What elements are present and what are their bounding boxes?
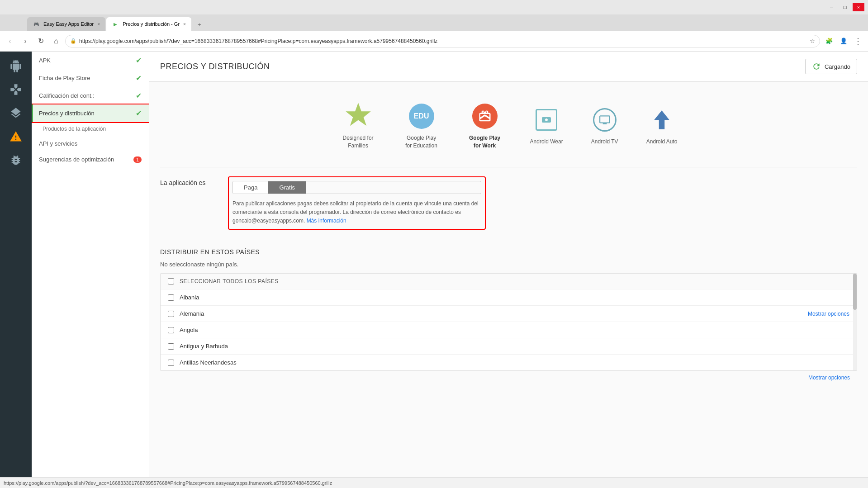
- sidebar-icon-warning[interactable]: [5, 126, 27, 147]
- sidebar: [0, 52, 32, 488]
- nav-item-sugerencias[interactable]: Sugerencias de optimización 1: [32, 152, 149, 167]
- bottom-mostrar-opciones[interactable]: Mostrar opciones: [160, 371, 857, 384]
- dist-icon-families[interactable]: Designed for Families: [340, 102, 376, 150]
- nav-item-productos[interactable]: Productos de la aplicación: [32, 122, 149, 136]
- nav-item-precios-check: ✔: [136, 109, 142, 118]
- tab-close-1[interactable]: ×: [97, 22, 100, 27]
- close-button[interactable]: ×: [853, 3, 864, 11]
- user-icon[interactable]: 👤: [837, 35, 850, 47]
- nav-item-apk-check: ✔: [136, 56, 142, 65]
- country-alemania[interactable]: Alemania Mostrar opciones: [161, 306, 857, 322]
- tab-easy-easy[interactable]: 🎮 Easy Easy Apps Editor ×: [27, 17, 105, 31]
- home-button[interactable]: ⌂: [50, 35, 62, 47]
- address-bar[interactable]: 🔒 ☆: [65, 35, 820, 47]
- edu-label: Google Play for Education: [403, 134, 440, 150]
- gratis-button[interactable]: Gratis: [268, 181, 306, 194]
- auto-icon: [647, 105, 676, 134]
- paga-button[interactable]: Paga: [233, 181, 268, 194]
- back-button[interactable]: ‹: [4, 35, 16, 47]
- dist-icon-auto[interactable]: Android Auto: [646, 105, 678, 146]
- select-all-checkbox[interactable]: [168, 278, 174, 284]
- maximize-button[interactable]: □: [839, 3, 851, 11]
- country-angola[interactable]: Angola: [161, 322, 857, 338]
- content-header: PRECIOS Y DISTRIBUCIÓN Cargando: [149, 52, 868, 82]
- checkbox-antigua[interactable]: [168, 343, 174, 350]
- tab-title-1: Easy Easy Apps Editor: [43, 21, 94, 27]
- select-all-row[interactable]: SELECCIONAR TODOS LOS PAÍSES: [161, 274, 857, 289]
- title-bar: – □ ×: [0, 0, 868, 14]
- families-icon: [344, 102, 373, 131]
- new-tab-button[interactable]: +: [192, 18, 207, 31]
- sidebar-icon-layers[interactable]: [5, 102, 27, 124]
- countries-section-title: DISTRIBUIR EN ESTOS PAÍSES: [160, 248, 857, 256]
- country-albania[interactable]: Albania: [161, 289, 857, 306]
- country-antillas[interactable]: Antillas Neerlandesas: [161, 355, 857, 370]
- sidebar-icon-controller[interactable]: [5, 79, 27, 100]
- auto-label: Android Auto: [646, 138, 678, 146]
- checkbox-antillas[interactable]: [168, 360, 174, 366]
- nav-item-api[interactable]: API y servicios: [32, 136, 149, 152]
- nav-item-ficha[interactable]: Ficha de Play Store ✔: [32, 69, 149, 87]
- tab-close-2[interactable]: ×: [183, 22, 186, 27]
- families-label: Designed for Families: [340, 134, 376, 150]
- work-label: Google Play for Work: [467, 134, 503, 150]
- country-antigua[interactable]: Antigua y Barbuda: [161, 338, 857, 355]
- nav-bar: ‹ › ↻ ⌂ 🔒 ☆ 🧩 👤 ⋮: [0, 31, 868, 52]
- checkbox-alemania[interactable]: [168, 311, 174, 317]
- nav-item-calificacion-check: ✔: [136, 91, 142, 100]
- nav-item-productos-label: Productos de la aplicación: [43, 126, 106, 132]
- wear-square: [536, 109, 557, 131]
- dist-icon-wear[interactable]: Android Wear: [530, 105, 563, 146]
- country-alemania-label: Alemania: [180, 310, 204, 317]
- menu-icon[interactable]: ⋮: [852, 35, 864, 47]
- dist-icon-tv[interactable]: Android TV: [590, 105, 619, 146]
- tab-precios[interactable]: ▶ Precios y distribución - Gr ×: [106, 17, 191, 31]
- header-actions: Cargando: [805, 59, 857, 74]
- dist-icon-work[interactable]: Google Play for Work: [467, 102, 503, 150]
- no-country-text: No seleccionaste ningún país.: [160, 261, 857, 268]
- nav-item-precios[interactable]: Precios y distribución ✔: [32, 104, 149, 122]
- checkbox-albania[interactable]: [168, 294, 174, 301]
- alemania-show-options[interactable]: Mostrar opciones: [808, 311, 849, 317]
- distribution-icons-row: Designed for Families EDU Google Play fo…: [160, 93, 857, 163]
- pricing-row: La aplicación es Paga Gratis Para public…: [160, 176, 857, 230]
- country-antillas-label: Antillas Neerlandesas: [180, 359, 237, 366]
- divider-1: [160, 167, 857, 167]
- sidebar-icon-headset[interactable]: [5, 149, 27, 171]
- loading-button[interactable]: Cargando: [805, 59, 857, 74]
- nav-extra-buttons: 🧩 👤 ⋮: [823, 35, 864, 47]
- minimize-button[interactable]: –: [825, 3, 837, 11]
- extensions-icon[interactable]: 🧩: [823, 35, 835, 47]
- nav-panel: APK ✔ Ficha de Play Store ✔ Calificación…: [32, 52, 149, 488]
- reload-button[interactable]: ↻: [34, 35, 47, 47]
- wear-label: Android Wear: [530, 138, 563, 146]
- sidebar-icon-android[interactable]: [5, 55, 27, 77]
- scrollbar-thumb[interactable]: [853, 274, 857, 310]
- status-url: https://play.google.com/apps/publish/?de…: [4, 480, 332, 486]
- loading-label: Cargando: [825, 63, 850, 70]
- nav-item-ficha-check: ✔: [136, 74, 142, 82]
- more-info-link[interactable]: Más información: [307, 218, 346, 224]
- country-albania-label: Albania: [180, 294, 199, 301]
- forward-button[interactable]: ›: [19, 35, 32, 47]
- tv-circle: [593, 108, 617, 132]
- bookmark-icon[interactable]: ☆: [810, 38, 815, 44]
- ssl-icon: 🔒: [70, 38, 76, 44]
- app-layout: APK ✔ Ficha de Play Store ✔ Calificación…: [0, 52, 868, 488]
- edu-icon: EDU: [407, 102, 436, 131]
- countries-section: DISTRIBUIR EN ESTOS PAÍSES No selecciona…: [160, 248, 857, 384]
- tab-title-2: Precios y distribución - Gr: [123, 21, 180, 27]
- nav-item-ficha-label: Ficha de Play Store: [39, 75, 90, 81]
- dist-icon-edu[interactable]: EDU Google Play for Education: [403, 102, 440, 150]
- url-input[interactable]: [79, 38, 808, 44]
- scrollbar[interactable]: [853, 274, 857, 370]
- countries-list: Albania Alemania Mostrar opciones Angola: [161, 289, 857, 370]
- status-bar: https://play.google.com/apps/publish/?de…: [0, 477, 868, 488]
- pricing-info-text: Para publicar aplicaciones pagas debes s…: [232, 199, 481, 226]
- tab-bar: 🎮 Easy Easy Apps Editor × ▶ Precios y di…: [0, 14, 868, 31]
- nav-item-precios-label: Precios y distribución: [39, 110, 95, 117]
- nav-item-calificacion[interactable]: Calificación del cont.: ✔: [32, 87, 149, 104]
- nav-item-apk[interactable]: APK ✔: [32, 52, 149, 69]
- pricing-toggle-container: Paga Gratis Para publicar aplicaciones p…: [228, 176, 486, 230]
- checkbox-angola[interactable]: [168, 327, 174, 333]
